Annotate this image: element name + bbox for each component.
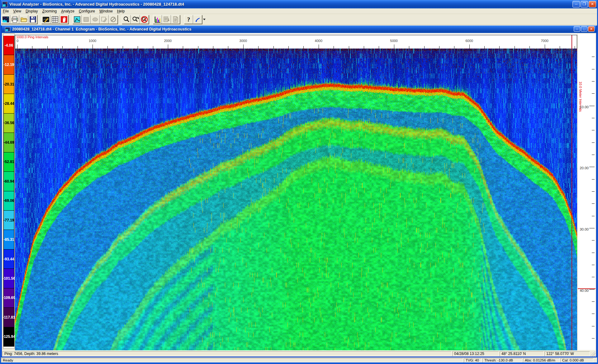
zoom-in-button[interactable]	[122, 15, 131, 24]
zoom-off-button[interactable]	[140, 15, 149, 24]
depth-tick	[592, 191, 595, 192]
menu-item-analyze[interactable]: Analyze	[59, 9, 77, 14]
echogram-file-button[interactable]	[1, 15, 10, 24]
depth-tick	[592, 57, 595, 57]
depth-tick-label: 10.00	[580, 105, 589, 109]
echogram-canvas[interactable]	[15, 49, 577, 350]
ping-tick	[93, 44, 93, 49]
depth-tick	[592, 314, 595, 314]
child-minimize-button[interactable]: ─	[574, 26, 580, 32]
close-button[interactable]: ✕	[589, 1, 596, 7]
color-scale-cell: -85.31	[3, 230, 14, 249]
print-icon	[11, 16, 18, 23]
plot-frame-left	[15, 35, 15, 49]
color-scale-legend: -4.06-12.19-20.31-28.44-36.56-44.69-52.8…	[3, 34, 15, 349]
depth-tick	[592, 118, 595, 118]
menu-item-configure[interactable]: Configure	[77, 9, 97, 14]
toolbar-dropdown-caret[interactable]	[202, 15, 206, 24]
ping-tick	[515, 46, 515, 49]
toolbar: ?	[0, 14, 598, 25]
status-ready: Ready	[1, 358, 463, 362]
plot-frame-top	[15, 35, 577, 35]
zoom-prev-button[interactable]	[131, 15, 140, 24]
analysis-chart-button[interactable]	[153, 15, 162, 24]
zoom-off-icon	[141, 16, 148, 23]
depth-tick	[589, 167, 595, 167]
main-titlebar[interactable]: Visual Analyzer - BioSonics, Inc. - Adva…	[0, 0, 598, 8]
circle-slash-tool-icon	[110, 16, 117, 23]
color-scale-cell: -20.31	[3, 75, 14, 94]
waveform-button[interactable]	[73, 15, 82, 24]
edit-region-icon	[101, 16, 108, 23]
ping-tick	[213, 46, 213, 49]
save-button[interactable]	[28, 15, 37, 24]
ping-tick	[545, 44, 545, 49]
zoom-prev-icon	[132, 16, 139, 23]
ping-tick	[394, 44, 394, 49]
visual-analyzer-window: Visual Analyzer - BioSonics, Inc. - Adva…	[0, 0, 598, 364]
menu-item-zooming[interactable]: Zooming	[40, 9, 59, 14]
depth-tick-label: 30.00	[580, 227, 589, 231]
waveform-icon	[74, 16, 81, 23]
save-icon	[29, 16, 36, 23]
resize-grip[interactable]	[591, 351, 596, 356]
status-abs: Abs: 0.01256 dB/m	[523, 358, 560, 362]
color-scale-cap-bottom	[3, 347, 14, 348]
window-border-bottom	[0, 362, 598, 364]
sound-logo-button[interactable]	[193, 15, 202, 24]
menu-item-help[interactable]: Help	[115, 9, 127, 14]
stop-hand-icon	[60, 16, 68, 23]
ping-tick-label: 0	[17, 39, 18, 43]
child-maximize-button[interactable]: □	[581, 26, 587, 32]
child-titlebar[interactable]: 20080428_124718.dt4 - Channel 1 Echogram…	[2, 26, 596, 33]
depth-tick	[592, 69, 595, 69]
app-icon	[2, 2, 8, 7]
report-page-button	[171, 15, 180, 24]
ping-tick-label: 7000	[541, 39, 548, 43]
color-scale-cell: -4.06	[3, 36, 14, 55]
status-longitude: 122° 58.0770' W	[544, 351, 590, 356]
ping-tick	[258, 46, 259, 49]
child-status-bar: Ping: 7456, Depth: 39.86 meters 04/28/08…	[2, 351, 596, 357]
depth-tick	[589, 228, 595, 228]
help-button[interactable]: ?	[184, 15, 193, 24]
ping-tick	[183, 46, 183, 49]
color-scale-cell: -125.94	[3, 327, 14, 347]
depth-tick	[592, 301, 595, 302]
menu-item-file[interactable]: File	[1, 9, 11, 14]
restore-button[interactable]: ❐	[581, 1, 588, 7]
ellipse-tool-icon	[92, 16, 99, 23]
echogram-view: -4.06-12.19-20.31-28.44-36.56-44.69-52.8…	[2, 33, 596, 351]
report-page-icon	[172, 16, 179, 23]
svg-text:?: ?	[187, 16, 190, 23]
plot-frame-right	[577, 35, 577, 49]
ping-tick	[364, 46, 364, 49]
ping-tick-label: 3000	[240, 39, 247, 43]
depth-tick	[592, 338, 595, 338]
open-folder-button[interactable]	[19, 15, 28, 24]
square-tool-icon	[83, 16, 90, 23]
menu-item-view[interactable]: View	[11, 9, 23, 14]
menu-item-display[interactable]: Display	[23, 9, 40, 14]
ping-tick	[228, 46, 228, 49]
menu-item-window[interactable]: Window	[97, 9, 115, 14]
grid-button[interactable]	[50, 15, 59, 24]
ping-tick	[243, 44, 244, 49]
ping-tick	[273, 46, 274, 49]
edit-palette-icon	[42, 16, 50, 23]
edit-palette-button[interactable]	[41, 15, 50, 24]
color-scale-cell: -101.56	[3, 269, 14, 288]
grid-icon	[51, 16, 59, 23]
print-button[interactable]	[10, 15, 19, 24]
depth-tick	[592, 253, 595, 253]
color-scale-cell: -77.19	[3, 211, 14, 230]
stop-hand-button[interactable]	[59, 15, 69, 24]
ping-axis-label: 1000.0 Ping Intervals	[16, 35, 48, 39]
minimize-button[interactable]: ─	[572, 1, 580, 7]
child-title: 20080428_124718.dt4 - Channel 1 Echogram…	[12, 27, 191, 31]
depth-tick	[592, 240, 595, 240]
depth-tick	[592, 142, 595, 143]
ping-tick-label: 6000	[465, 39, 473, 43]
child-close-button[interactable]: ✕	[588, 26, 595, 32]
ping-tick	[424, 46, 425, 49]
